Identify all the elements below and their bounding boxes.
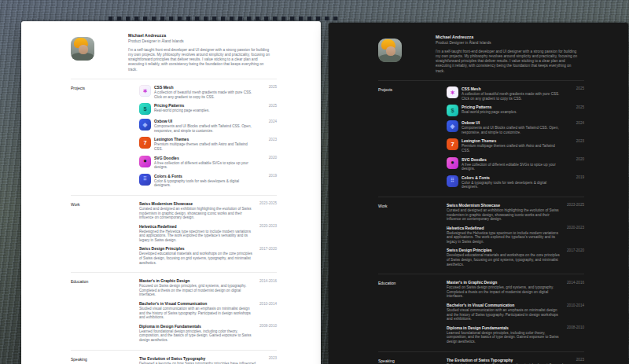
list-row[interactable]: ● SVG Doodles A free collection of diffe… — [139, 156, 277, 170]
oxbow-ui-icon: ◈ — [139, 119, 151, 131]
entry-body: SVG Doodles A free collection of differe… — [462, 157, 576, 171]
list-row: Swiss Design Principles Developed educat… — [139, 246, 277, 265]
pricing-patterns-icon: $ — [139, 103, 151, 115]
svg-doodles-icon: ● — [447, 157, 458, 169]
entry-title: Pricing Patterns — [154, 103, 264, 108]
list-row: Master's in Graphic Design Focused on Sw… — [447, 280, 584, 299]
entry-date: 2020-2023 — [259, 224, 277, 229]
entry-description: A free collection of different editable … — [462, 163, 563, 171]
entry-body: CSS Mesh A collection of beautiful mesh … — [462, 86, 576, 101]
profile-text: Michael Andreuzza Product Designer in Ål… — [436, 35, 579, 74]
entry-title: Lexington Themes — [462, 138, 572, 143]
entry-title: Swiss Design Principles — [139, 246, 255, 251]
avatar-face — [386, 46, 395, 56]
list-row: Helvetica Redefined Redesigned the Helve… — [139, 224, 277, 243]
avatar — [378, 39, 402, 62]
entry-title: SVG Doodles — [462, 157, 572, 162]
entry-title: Oxbow UI — [154, 119, 264, 123]
list-row[interactable]: ● SVG Doodles A free collection of diffe… — [447, 157, 584, 171]
section-rows: Master's in Graphic Design Focused on Sw… — [139, 278, 277, 342]
entry-description: Premium multipage themes crafted with As… — [462, 144, 563, 153]
entry-body: Helvetica Redefined Redesigned the Helve… — [139, 224, 259, 243]
entry-body: Lexington Themes Premium multipage theme… — [154, 137, 269, 151]
section-label: Work — [378, 203, 447, 267]
entry-title: Pricing Patterns — [462, 105, 572, 109]
list-row: Diploma in Design Fundamentals Learned f… — [447, 325, 584, 344]
entry-date: 2023 — [576, 138, 584, 143]
list-row[interactable]: $ Pricing Patterns Real-world pricing pa… — [447, 105, 584, 116]
section-rows: Swiss Modernism Showcase Curated and des… — [139, 201, 277, 265]
lexington-themes-icon: 7 — [447, 138, 458, 150]
entry-title: Helvetica Redefined — [139, 224, 255, 229]
entry-body: Bachelor's in Visual Communication Studi… — [447, 303, 567, 322]
list-row[interactable]: ⠿ Colors & Fonts Color & typography tool… — [447, 175, 584, 189]
profile-header: Michael Andreuzza Product Designer in Ål… — [378, 35, 584, 80]
section-label: Education — [71, 278, 139, 342]
entry-title: Bachelor's in Visual Communication — [447, 303, 562, 307]
entry-date: 2020 — [576, 157, 584, 162]
entry-date: 2024 — [576, 120, 584, 125]
section-label: Work — [71, 201, 139, 265]
entry-description: Real-world pricing page examples. — [154, 108, 256, 113]
entry-date: 2019 — [576, 175, 584, 180]
list-row: Helvetica Redefined Redesigned the Helve… — [447, 226, 584, 245]
entry-description: Curated and designed an exhibition highl… — [139, 207, 255, 220]
entry-body: Swiss Design Principles Developed educat… — [139, 246, 259, 265]
list-row: Swiss Modernism Showcase Curated and des… — [447, 203, 584, 222]
section-label: Education — [378, 280, 447, 344]
entry-description: Color & typography tools for web develop… — [154, 179, 256, 188]
entry-description: A collection of beautiful mesh gradients… — [154, 90, 256, 99]
entry-description: Color & typography tools for web develop… — [462, 181, 563, 189]
portfolio-card-dark: Michael Andreuzza Product Designer in Ål… — [329, 23, 628, 364]
entry-description: Curated and designed an exhibition highl… — [447, 208, 562, 222]
entry-body: The Evolution of Swiss Typography Delive… — [139, 356, 269, 364]
list-row: Swiss Modernism Showcase Curated and des… — [139, 201, 277, 220]
sections-list: Projects ∗ CSS Mesh A collection of beau… — [71, 79, 277, 364]
section-projects: Projects ∗ CSS Mesh A collection of beau… — [71, 79, 277, 195]
entry-body: Colors & Fonts Color & typography tools … — [462, 175, 576, 189]
section-label: Projects — [378, 86, 447, 189]
entry-description: Studied visual communication with an emp… — [447, 308, 562, 322]
entry-description: Focused on Swiss design principles, grid… — [447, 285, 562, 299]
entry-date: 2025 — [576, 105, 584, 109]
list-row[interactable]: ◈ Oxbow UI Components and UI Blocks craf… — [139, 119, 277, 133]
entry-description: Components and UI Blocks crafted with Ta… — [154, 124, 256, 133]
entry-body: Lexington Themes Premium multipage theme… — [462, 138, 576, 153]
entry-body: Oxbow UI Components and UI Blocks crafte… — [154, 119, 269, 133]
list-row[interactable]: ⠿ Colors & Fonts Color & typography tool… — [139, 174, 277, 188]
entry-date: 2023 — [576, 358, 584, 362]
entry-title: Swiss Design Principles — [447, 248, 562, 252]
list-row[interactable]: $ Pricing Patterns Real-world pricing pa… — [139, 103, 277, 115]
list-row[interactable]: 7 Lexington Themes Premium multipage the… — [447, 138, 584, 153]
list-row[interactable]: ∗ CSS Mesh A collection of beautiful mes… — [139, 85, 277, 99]
colors-and-fonts-icon: ⠿ — [447, 175, 458, 187]
section-rows: The Evolution of Swiss Typography Delive… — [447, 358, 584, 364]
list-row[interactable]: ∗ CSS Mesh A collection of beautiful mes… — [447, 86, 584, 101]
entry-description: Premium multipage themes crafted with As… — [154, 142, 256, 151]
entry-date: 2008-2010 — [259, 324, 277, 329]
entry-body: Bachelor's in Visual Communication Studi… — [139, 301, 259, 320]
entry-date: 2010-2014 — [567, 303, 584, 307]
entry-body: The Evolution of Swiss Typography Delive… — [447, 358, 576, 364]
entry-date: 2023-2025 — [259, 201, 277, 206]
list-row[interactable]: ◈ Oxbow UI Components and UI Blocks craf… — [447, 120, 584, 134]
entry-title: Diploma in Design Fundamentals — [447, 325, 562, 330]
section-rows: Swiss Modernism Showcase Curated and des… — [447, 203, 584, 267]
entry-body: Swiss Design Principles Developed educat… — [447, 248, 567, 267]
list-row[interactable]: 7 Lexington Themes Premium multipage the… — [139, 137, 277, 151]
profile-name: Michael Andreuzza — [436, 35, 579, 39]
entry-body: Colors & Fonts Color & typography tools … — [154, 174, 269, 188]
section-label: Speaking — [378, 358, 447, 364]
entry-date: 2020-2023 — [567, 226, 584, 230]
entry-title: Swiss Modernism Showcase — [447, 203, 562, 208]
section-speaking: Speaking The Evolution of Swiss Typograp… — [378, 351, 584, 364]
entry-title: Helvetica Redefined — [447, 226, 562, 230]
glitch-artifact — [109, 17, 338, 20]
entry-date: 2019 — [269, 174, 277, 178]
entry-title: Swiss Modernism Showcase — [139, 201, 255, 206]
entry-body: Diploma in Design Fundamentals Learned f… — [139, 324, 259, 343]
section-label: Speaking — [71, 356, 139, 364]
entry-body: Swiss Modernism Showcase Curated and des… — [139, 201, 259, 220]
css-mesh-icon: ∗ — [139, 85, 151, 97]
oxbow-ui-icon: ◈ — [447, 120, 458, 132]
